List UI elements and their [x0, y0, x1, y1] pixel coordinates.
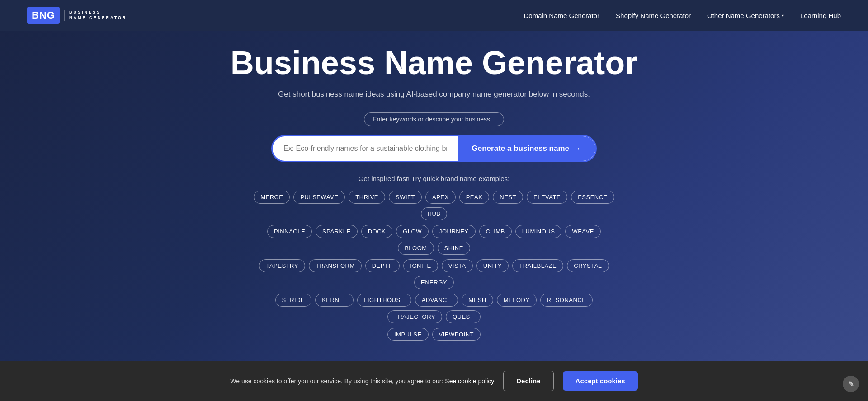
- header: BNG BUSINESS NAME GENERATOR Domain Name …: [0, 0, 868, 31]
- keyword-tag[interactable]: ENERGY: [414, 276, 454, 289]
- keyword-tag[interactable]: TRANSFORM: [309, 259, 362, 272]
- keyword-tag[interactable]: SHINE: [438, 242, 470, 255]
- keywords-area: MERGEPULSEWAVETHRIVESWIFTAPEXPEAKNESTELE…: [253, 191, 615, 341]
- cookie-banner: We use cookies to offer you our service.…: [0, 361, 868, 401]
- edit-icon[interactable]: ✎: [843, 376, 859, 392]
- keyword-tag[interactable]: PINNACLE: [267, 225, 312, 238]
- keyword-tag[interactable]: MERGE: [254, 191, 290, 204]
- keyword-tag[interactable]: TAPESTRY: [259, 259, 305, 272]
- main-nav: Domain Name Generator Shopify Name Gener…: [524, 12, 841, 19]
- keyword-tag[interactable]: SWIFT: [389, 191, 422, 204]
- decline-button[interactable]: Decline: [503, 371, 553, 391]
- hero-section: Business Name Generator Get short busine…: [0, 0, 868, 368]
- arrow-icon: →: [573, 144, 581, 154]
- keyword-tag[interactable]: RESONANCE: [540, 294, 593, 307]
- keyword-tag[interactable]: VISTA: [442, 259, 473, 272]
- hero-title: Business Name Generator: [231, 45, 637, 81]
- keyword-tag[interactable]: JOURNEY: [432, 225, 476, 238]
- keyword-tag[interactable]: IGNITE: [403, 259, 438, 272]
- keyword-tag[interactable]: KERNEL: [315, 294, 354, 307]
- keyword-tag[interactable]: UNITY: [476, 259, 509, 272]
- keyword-tag[interactable]: ELEVATE: [527, 191, 567, 204]
- keywords-row-3: TAPESTRYTRANSFORMDEPTHIGNITEVISTAUNITYTR…: [253, 259, 615, 289]
- keywords-row-1: MERGEPULSEWAVETHRIVESWIFTAPEXPEAKNESTELE…: [253, 191, 615, 220]
- keyword-tag[interactable]: BLOOM: [398, 242, 434, 255]
- cookie-text: We use cookies to offer you our service.…: [230, 378, 494, 385]
- hero-subtitle: Get short business name ideas using AI-b…: [278, 90, 590, 99]
- keyword-tag[interactable]: DEPTH: [365, 259, 400, 272]
- logo-area: BNG BUSINESS NAME GENERATOR: [27, 7, 127, 24]
- keyword-tag[interactable]: STRIDE: [275, 294, 312, 307]
- keyword-tag[interactable]: HUB: [421, 207, 448, 220]
- keyword-tag[interactable]: MESH: [462, 294, 493, 307]
- nav-shopify[interactable]: Shopify Name Generator: [616, 12, 691, 19]
- keywords-row-5: IMPULSEVIEWPOINT: [387, 328, 481, 341]
- keyword-tag[interactable]: QUEST: [446, 310, 481, 323]
- keyword-tag[interactable]: VIEWPOINT: [432, 328, 481, 341]
- search-input[interactable]: [273, 136, 458, 161]
- keyword-tag[interactable]: LUMINOUS: [515, 225, 562, 238]
- keyword-tag[interactable]: PEAK: [459, 191, 490, 204]
- keyword-tag[interactable]: CLIMB: [479, 225, 512, 238]
- keyword-tag[interactable]: APEX: [425, 191, 456, 204]
- generate-button[interactable]: Generate a business name →: [458, 136, 595, 161]
- keywords-row-2: PINNACLESPARKLEDOCKGLOWJOURNEYCLIMBLUMIN…: [253, 225, 615, 255]
- search-bar: Generate a business name →: [271, 135, 597, 162]
- nav-other[interactable]: Other Name Generators ▾: [707, 12, 784, 19]
- keyword-tag[interactable]: SPARKLE: [316, 225, 358, 238]
- keyword-tag[interactable]: ADVANCE: [415, 294, 458, 307]
- keyword-tag[interactable]: NEST: [493, 191, 523, 204]
- keyword-tag[interactable]: TRAILBLAZE: [512, 259, 563, 272]
- accept-cookies-button[interactable]: Accept cookies: [563, 371, 638, 391]
- keyword-tag[interactable]: TRAJECTORY: [387, 310, 442, 323]
- keyword-tag[interactable]: PULSEWAVE: [293, 191, 345, 204]
- search-hint: Enter keywords or describe your business…: [364, 112, 504, 126]
- keyword-tag[interactable]: GLOW: [396, 225, 429, 238]
- keyword-tag[interactable]: DOCK: [361, 225, 393, 238]
- keyword-tag[interactable]: WEAVE: [565, 225, 601, 238]
- keyword-tag[interactable]: ESSENCE: [571, 191, 614, 204]
- chevron-down-icon: ▾: [782, 13, 784, 18]
- nav-domain[interactable]: Domain Name Generator: [524, 12, 600, 19]
- keywords-row-4: STRIDEKERNELLIGHTHOUSEADVANCEMESHMELODYR…: [253, 294, 615, 323]
- logo-subtitle: BUSINESS NAME GENERATOR: [64, 10, 127, 20]
- keyword-tag[interactable]: IMPULSE: [387, 328, 429, 341]
- keyword-tag[interactable]: CRYSTAL: [567, 259, 609, 272]
- nav-learning[interactable]: Learning Hub: [800, 12, 841, 19]
- keyword-tag[interactable]: LIGHTHOUSE: [357, 294, 411, 307]
- keyword-tag[interactable]: MELODY: [497, 294, 537, 307]
- logo-bng: BNG: [27, 7, 60, 24]
- cookie-policy-link[interactable]: See cookie policy: [445, 378, 494, 385]
- quick-label: Get inspired fast! Try quick brand name …: [359, 175, 509, 182]
- keyword-tag[interactable]: THRIVE: [349, 191, 385, 204]
